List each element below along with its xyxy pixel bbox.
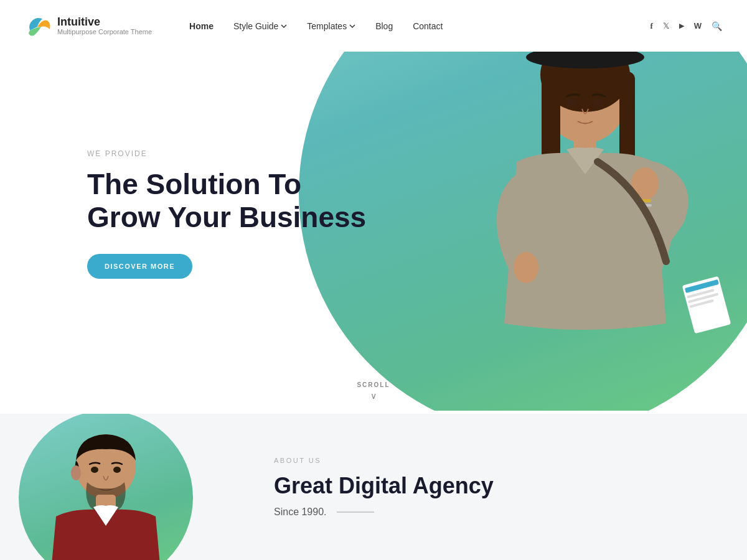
about-sub: Since 1990. <box>274 506 710 518</box>
nav-link-templates[interactable]: Templates <box>307 21 347 31</box>
wordpress-icon[interactable]: W <box>694 21 702 30</box>
nav-item-blog[interactable]: Blog <box>375 21 393 32</box>
about-eyebrow: ABOUT US <box>274 457 710 464</box>
nav-link-style-guide[interactable]: Style Guide <box>233 21 278 31</box>
chevron-down-icon-2 <box>349 23 355 29</box>
discover-more-button[interactable]: DISCOVER MORE <box>87 254 192 279</box>
hero-headline: The Solution To Grow Your Business <box>87 168 366 234</box>
nav-item-home[interactable]: Home <box>189 21 214 32</box>
svg-point-20 <box>71 465 81 480</box>
about-section: ABOUT US Great Digital Agency Since 1990… <box>0 414 747 560</box>
about-line-divider <box>337 511 374 513</box>
hero-content: WE PROVIDE The Solution To Grow Your Bus… <box>87 149 366 279</box>
svg-point-21 <box>91 467 98 473</box>
svg-point-8 <box>514 252 538 283</box>
logo-text: Intuitive Multipurpose Corporate Theme <box>57 16 152 36</box>
nav-links: Home Style Guide Templates Blog Contact <box>189 21 650 32</box>
nav-item-contact[interactable]: Contact <box>413 21 443 32</box>
scroll-indicator: SCROLL ∨ <box>357 381 390 401</box>
about-subtext: Since 1990. <box>274 506 327 518</box>
about-headline: Great Digital Agency <box>274 473 710 499</box>
svg-point-18 <box>594 99 604 106</box>
chevron-down-icon <box>281 23 287 29</box>
nav-item-style-guide[interactable]: Style Guide <box>233 21 287 31</box>
twitter-icon[interactable]: 𝕏 <box>663 21 669 30</box>
nav-link-blog[interactable]: Blog <box>375 21 393 31</box>
scroll-label: SCROLL <box>357 381 390 388</box>
logo-icon <box>25 13 51 39</box>
scroll-arrow-icon: ∨ <box>370 391 377 401</box>
nav-link-home[interactable]: Home <box>189 21 214 31</box>
hero-headline-line2: Grow Your Business <box>87 201 366 233</box>
facebook-icon[interactable]: f <box>650 21 652 31</box>
youtube-icon[interactable]: ▶ <box>679 22 684 30</box>
hero-headline-line1: The Solution To <box>87 168 301 200</box>
about-circle <box>19 414 193 560</box>
search-icon[interactable]: 🔍 <box>712 21 722 31</box>
logo[interactable]: Intuitive Multipurpose Corporate Theme <box>25 13 152 39</box>
svg-point-17 <box>566 99 576 106</box>
nav-item-templates[interactable]: Templates <box>307 21 355 31</box>
navbar: Intuitive Multipurpose Corporate Theme H… <box>0 0 747 52</box>
hero-eyebrow: WE PROVIDE <box>87 149 366 158</box>
nav-link-contact[interactable]: Contact <box>413 21 443 31</box>
brand-name: Intuitive <box>57 16 152 29</box>
svg-point-22 <box>113 467 121 473</box>
about-image-area <box>0 414 237 560</box>
about-content: ABOUT US Great Digital Agency Since 1990… <box>237 438 747 536</box>
brand-tagline: Multipurpose Corporate Theme <box>57 28 152 35</box>
social-icons: f 𝕏 ▶ W 🔍 <box>650 21 722 31</box>
